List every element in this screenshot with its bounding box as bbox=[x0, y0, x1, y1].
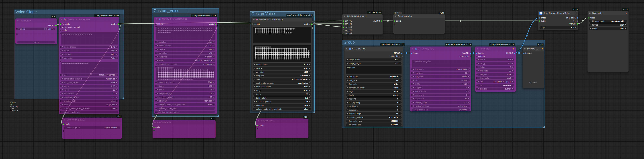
svg-text:ab: ab bbox=[350, 48, 351, 50]
svg-text:ab: ab bbox=[415, 48, 416, 50]
